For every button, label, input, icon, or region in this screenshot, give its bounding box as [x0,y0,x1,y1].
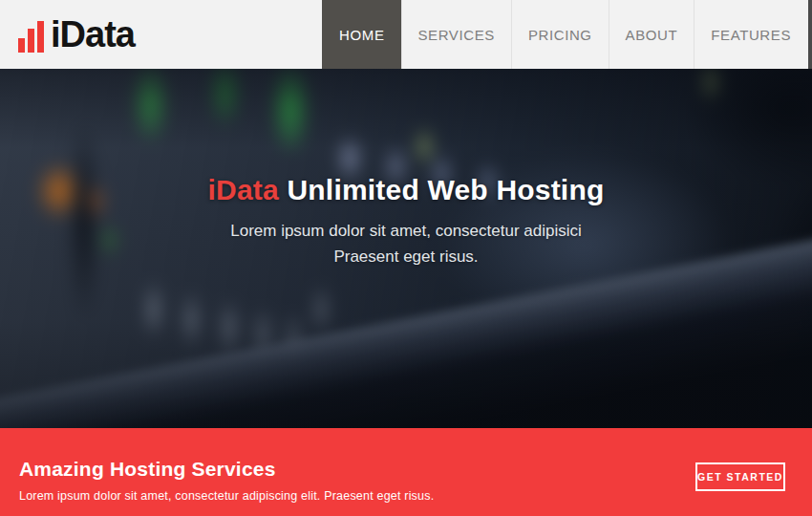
nav-item-about[interactable]: ABOUT [609,0,694,69]
hero-subtitle-line1: Lorem ipsum dolor sit amet, consectetur … [0,218,812,244]
nav-item-home[interactable]: HOME [322,0,400,69]
hero-title-brand: iData [208,174,279,205]
hero-title: iData Unlimited Web Hosting [0,174,812,206]
main-nav: HOME SERVICES PRICING ABOUT FEATURES [322,0,807,69]
brand-name: iData [51,0,135,69]
bar-chart-icon [18,21,44,53]
hero-subtitle-line2: Praesent eget risus. [0,244,812,269]
hero-title-rest: Unlimited Web Hosting [287,174,604,205]
cta-band: Amazing Hosting Services Lorem ipsum dol… [0,428,812,516]
cta-text: Lorem ipsum dolor sit amet, consectetur … [19,489,793,503]
get-started-button[interactable]: GET STARTED [695,462,785,491]
nav-item-features[interactable]: FEATURES [694,0,807,69]
hero-content: iData Unlimited Web Hosting Lorem ipsum … [0,174,812,269]
hero-subtitle: Lorem ipsum dolor sit amet, consectetur … [0,218,812,269]
cta-heading: Amazing Hosting Services [19,428,793,481]
nav-item-pricing[interactable]: PRICING [511,0,609,69]
brand-logo[interactable]: iData [0,0,135,69]
site-header: iData HOME SERVICES PRICING ABOUT FEATUR… [0,0,812,69]
window-edge-strip [808,0,812,69]
nav-item-services[interactable]: SERVICES [401,0,511,69]
hero-section: iData Unlimited Web Hosting Lorem ipsum … [0,69,812,428]
